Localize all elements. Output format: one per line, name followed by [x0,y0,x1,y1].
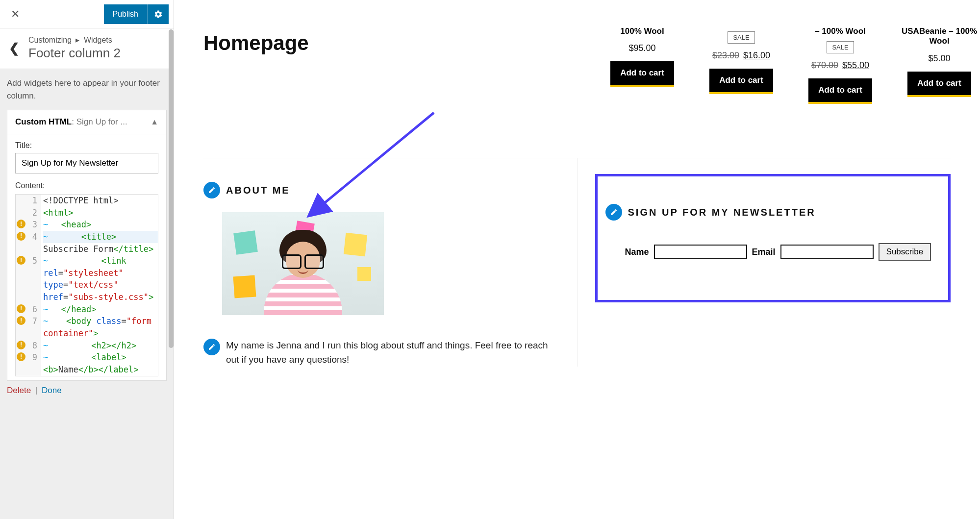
code-line[interactable]: Subscribe Form</title> [43,243,153,255]
product-title: – 100% Wool [800,26,881,36]
widget-body: Title: Content: 1<!DOCTYPE html>2<html>!… [7,134,166,380]
product-title: 100% Wool [602,26,683,36]
email-input[interactable] [780,245,874,259]
warning-icon: ! [17,232,25,241]
about-title-row: ABOUT ME [203,182,559,198]
add-to-cart-button[interactable]: Add to cart [709,69,773,94]
newsletter-form: Name Email Subscribe [605,243,935,261]
line-number: 6 [26,303,37,316]
product-price: $95.00 [602,43,683,53]
widget-header-title: Custom HTML: Sign Up for ... [15,117,127,127]
product-price: $23.00$16.00 [701,50,782,61]
code-line[interactable]: ~ <title> [43,231,116,243]
newsletter-title-row: SIGN UP FOR MY NEWSLETTER [605,204,935,221]
widget-actions: Delete | Done [0,381,174,395]
code-line[interactable]: <!DOCTYPE html> [43,195,119,207]
line-number: 3 [26,219,37,231]
code-line[interactable]: ~ <body class="form [43,315,151,327]
back-arrow-icon[interactable]: ❮ [9,41,20,56]
about-text: My name is Jenna and I run this blog abo… [226,339,559,367]
widget-card: Custom HTML: Sign Up for ... ▲ Title: Co… [7,110,167,381]
pencil-icon[interactable] [605,204,622,221]
line-number: 7 [26,315,37,327]
pencil-icon[interactable] [203,339,220,355]
product-price: $5.00 [899,53,980,64]
content-label: Content: [15,181,158,190]
code-line[interactable]: ~ </head> [43,303,96,316]
line-number: 2 [26,207,37,219]
add-to-cart-button[interactable]: Add to cart [610,61,674,87]
sticky-note [344,233,367,256]
code-line[interactable]: <b>Name</b></label> [43,364,139,376]
footer-columns: ABOUT ME My name is Jenna and [203,158,951,367]
publish-group: Publish [104,4,169,24]
add-to-cart-button[interactable]: Add to cart [808,78,872,104]
breadcrumb-path: Customizing ▸ Widgets [28,35,121,45]
product-card: USABeanie – 100% Wool$5.00Add to cart [899,26,980,104]
widget-header[interactable]: Custom HTML: Sign Up for ... ▲ [7,110,166,134]
warning-icon: ! [17,341,25,349]
breadcrumb-title: Footer column 2 [28,46,121,61]
about-photo [222,212,384,315]
person-illustration [261,227,345,315]
title-input[interactable] [15,153,158,173]
line-number: 1 [26,195,37,207]
about-text-row: My name is Jenna and I run this blog abo… [203,339,559,367]
subscribe-button[interactable]: Subscribe [879,243,931,261]
line-number: 9 [26,351,37,364]
product-title: USABeanie – 100% Wool [899,26,980,47]
chevron-up-icon: ▲ [151,118,158,126]
sidebar-description: Add widgets here to appear in your foote… [0,69,174,110]
code-line[interactable]: ~ <link [43,255,126,267]
code-line[interactable]: ~ <label> [43,351,126,364]
about-heading: ABOUT ME [226,185,290,196]
sale-badge: SALE [728,31,754,44]
done-link[interactable]: Done [42,386,62,395]
product-price: $70.00$55.00 [800,60,881,71]
newsletter-highlight-box: SIGN UP FOR MY NEWSLETTER Name Email Sub… [595,174,951,302]
close-icon[interactable]: ✕ [5,5,25,24]
code-line[interactable]: ~ <h2></h2> [43,340,136,352]
sale-badge: SALE [827,41,854,53]
code-line[interactable]: type="text/css" [43,279,119,291]
sidebar-scrollbar[interactable] [169,29,174,348]
sticky-note [233,230,258,255]
customizer-sidebar: ✕ Publish ❮ Customizing ▸ Widgets Footer… [0,0,174,519]
name-input[interactable] [654,245,747,259]
warning-icon: ! [17,304,25,313]
line-number: 4 [26,231,37,243]
code-line[interactable]: container"> [43,327,99,340]
product-card: – 100% WoolSALE$70.00$55.00Add to cart [800,26,881,104]
code-line[interactable]: ~ <head> [43,219,91,231]
chevron-right-icon: ▸ [75,36,79,44]
sticky-note [233,275,256,298]
footer-col-newsletter: SIGN UP FOR MY NEWSLETTER Name Email Sub… [577,158,951,367]
product-card: 100% Wool$95.00Add to cart [602,26,683,104]
publish-button[interactable]: Publish [104,4,147,24]
code-line[interactable]: <html> [43,207,73,219]
code-editor[interactable]: 1<!DOCTYPE html>2<html>!3~ <head>!4~ <ti… [15,194,158,376]
code-line[interactable]: rel="stylesheet" [43,267,124,279]
preview-pane: 100% Wool$95.00Add to cartSALE$23.00$16.… [174,0,980,519]
email-label: Email [752,247,776,257]
breadcrumb: ❮ Customizing ▸ Widgets Footer column 2 [0,28,174,69]
pencil-icon[interactable] [203,182,220,198]
delete-link[interactable]: Delete [7,386,31,395]
footer-col-about: ABOUT ME My name is Jenna and [203,158,577,367]
sticky-note [357,267,371,281]
line-number: 8 [26,340,37,352]
product-card: SALE$23.00$16.00Add to cart [701,26,782,104]
gear-icon[interactable] [147,4,169,24]
code-line[interactable]: href="subs-style.css"> [43,291,153,303]
sidebar-topbar: ✕ Publish [0,0,174,28]
line-number: 5 [26,255,37,267]
add-to-cart-button[interactable]: Add to cart [907,72,971,97]
title-label: Title: [15,141,158,150]
newsletter-heading: SIGN UP FOR MY NEWSLETTER [628,207,816,218]
name-label: Name [625,247,649,257]
